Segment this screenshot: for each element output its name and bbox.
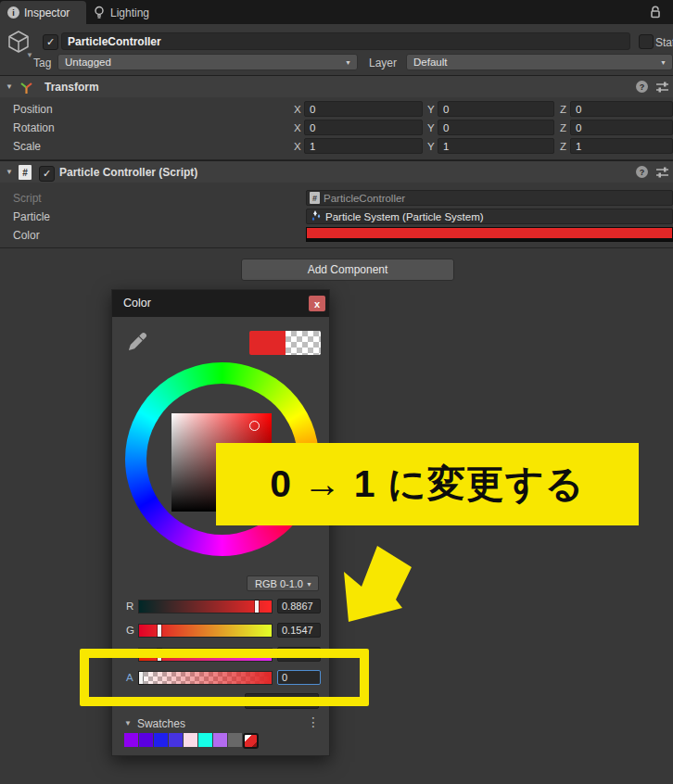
scale-y-field[interactable]: 1 — [438, 138, 554, 154]
close-icon[interactable]: x — [309, 296, 325, 311]
channel-label-g: G — [126, 625, 134, 636]
layer-value: Default — [413, 57, 447, 68]
tag-dropdown[interactable]: Untagged ▼ — [57, 54, 358, 70]
tab-inspector-label: Inspector — [24, 6, 70, 19]
swatch[interactable] — [213, 733, 227, 747]
channel-slider-g[interactable] — [138, 624, 273, 638]
position-y-field[interactable]: 0 — [438, 101, 554, 117]
presets-icon[interactable] — [655, 82, 669, 93]
channel-row-g: G 0.1547 — [112, 624, 331, 639]
eyedropper-icon[interactable] — [127, 331, 148, 352]
presets-icon[interactable] — [655, 167, 669, 178]
foldout-icon[interactable]: ▼ — [6, 83, 13, 91]
add-component-button[interactable]: Add Component — [241, 259, 454, 281]
channel-slider-r[interactable] — [138, 600, 273, 613]
layer-dropdown[interactable]: Default ▼ — [406, 54, 673, 70]
lock-icon[interactable] — [648, 5, 663, 19]
axis-x-label: X — [294, 122, 301, 133]
help-icon[interactable]: ? — [636, 81, 648, 93]
annotation-note: 0 → 1 に変更する — [216, 443, 639, 525]
swatch[interactable] — [198, 733, 212, 747]
tab-lighting[interactable]: Lighting — [93, 1, 149, 24]
alpha-bar — [307, 238, 672, 241]
tab-inspector[interactable]: i Inspector — [0, 1, 86, 24]
swatch[interactable] — [228, 733, 242, 747]
position-label: Position — [13, 103, 53, 116]
axis-x-label: X — [294, 141, 301, 152]
position-x-field[interactable]: 0 — [304, 101, 423, 117]
transform-header[interactable]: ▼ Transform ? — [0, 75, 673, 97]
annotation-highlight-box — [80, 649, 369, 706]
foldout-icon[interactable]: ▼ — [6, 169, 13, 176]
position-z-field[interactable]: 0 — [570, 101, 673, 117]
tag-value: Untagged — [65, 57, 111, 68]
rotation-label: Rotation — [13, 121, 55, 134]
axis-y-label: Y — [427, 141, 435, 152]
particle-field-label: Particle — [13, 210, 50, 223]
rotation-y-field[interactable]: 0 — [438, 120, 554, 135]
color-dialog-title[interactable]: Color — [112, 290, 329, 317]
chevron-down-icon: ▼ — [345, 59, 351, 66]
color-preview — [249, 331, 321, 355]
annotation-arrow-icon — [330, 540, 418, 628]
swatch[interactable] — [139, 733, 153, 747]
gameobject-name-field[interactable]: ParticleController — [61, 32, 630, 50]
color-mode-value: RGB 0-1.0 — [255, 578, 303, 589]
tab-lighting-label: Lighting — [110, 6, 149, 19]
axis-z-label: Z — [560, 104, 566, 115]
script-object-value: ParticleController — [324, 193, 405, 204]
rotation-x-field[interactable]: 0 — [304, 120, 423, 135]
channel-value-r[interactable]: 0.8867 — [277, 599, 321, 613]
particle-object-value: Particle System (Particle System) — [325, 211, 484, 222]
swatch[interactable] — [169, 733, 183, 747]
csharp-script-icon: # — [19, 165, 32, 180]
channel-value-g[interactable]: 0.1547 — [277, 623, 321, 638]
lightbulb-icon — [93, 6, 106, 19]
swatch-row — [124, 733, 259, 749]
particle-system-icon — [310, 210, 322, 222]
color-field-label: Color — [13, 229, 40, 242]
axis-z-label: Z — [560, 122, 566, 133]
swatches-label: Swatches — [137, 717, 185, 730]
transform-icon — [19, 80, 34, 95]
static-checkbox[interactable] — [639, 34, 654, 49]
channel-label-r: R — [126, 601, 133, 612]
script-object-field[interactable]: # ParticleController — [306, 190, 673, 206]
gameobject-expander-icon[interactable]: ▼ — [26, 52, 33, 59]
static-label: Static — [655, 36, 673, 49]
axis-z-label: Z — [560, 141, 566, 152]
slider-handle[interactable] — [255, 601, 259, 613]
slider-handle[interactable] — [158, 625, 161, 637]
swatch[interactable] — [154, 733, 168, 747]
scale-z-field[interactable]: 1 — [570, 138, 673, 154]
scale-x-field[interactable]: 1 — [304, 138, 423, 154]
color-swatch-field[interactable] — [306, 227, 673, 242]
gameobject-enabled-checkbox[interactable]: ✓ — [43, 34, 58, 50]
script-enabled-checkbox[interactable]: ✓ — [39, 166, 55, 182]
sv-marker[interactable] — [249, 421, 260, 431]
rotation-z-field[interactable]: 0 — [570, 120, 673, 135]
tab-bar: i Inspector Lighting — [0, 0, 673, 24]
particle-script-header[interactable]: ▼ # ✓ Particle Controller (Script) ? — [0, 160, 673, 183]
script-file-icon: # — [310, 192, 320, 204]
tag-label: Tag — [33, 57, 51, 70]
particle-object-field[interactable]: Particle System (Particle System) — [306, 209, 673, 224]
chevron-down-icon: ▼ — [660, 59, 667, 66]
color-mode-dropdown[interactable]: RGB 0-1.0 ▼ — [247, 575, 319, 591]
divider — [0, 247, 673, 248]
layer-label: Layer — [369, 57, 397, 70]
help-icon[interactable]: ? — [636, 166, 648, 178]
color-preview-alpha — [286, 331, 321, 355]
info-icon: i — [7, 6, 19, 19]
chevron-down-icon: ▼ — [306, 581, 312, 588]
script-field-label: Script — [13, 192, 42, 205]
swatch[interactable] — [124, 733, 138, 747]
swatch[interactable] — [184, 733, 197, 747]
current-color-swatch[interactable] — [243, 733, 259, 749]
swatch-list — [124, 733, 243, 747]
color-preview-solid — [249, 331, 286, 355]
kebab-menu-icon[interactable]: ⋮ — [307, 714, 320, 729]
foldout-icon[interactable]: ▼ — [124, 720, 132, 727]
swatches-header[interactable]: ▼ Swatches — [124, 717, 185, 730]
annotation-text: 0 → 1 に変更する — [270, 459, 585, 510]
